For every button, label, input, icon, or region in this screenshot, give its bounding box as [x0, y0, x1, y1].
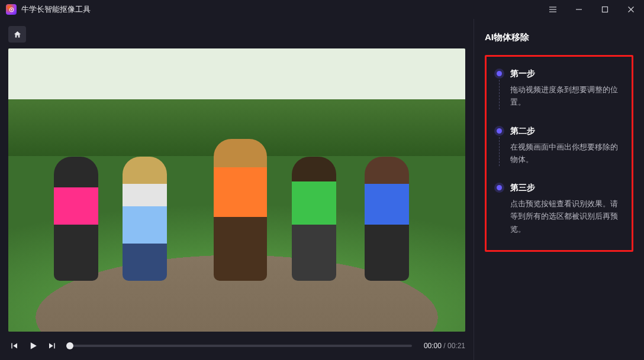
- time-display: 00:00 / 00:21: [424, 342, 465, 350]
- step-desc: 点击预览按钮查看识别效果。请等到所有的选区都被识别后再预览。: [510, 198, 623, 236]
- step-title: 第一步: [510, 69, 623, 79]
- player-controls: 00:00 / 00:21: [8, 338, 465, 354]
- close-button[interactable]: [618, 0, 644, 19]
- progress-bar[interactable]: [70, 345, 412, 347]
- prev-frame-button[interactable]: [8, 340, 19, 351]
- step-item: 第三步 点击预览按钮查看识别效果。请等到所有的选区都被识别后再预览。: [495, 183, 623, 236]
- step-desc: 在视频画面中画出你想要移除的物体。: [510, 141, 623, 167]
- video-frame-image: [8, 48, 465, 332]
- svg-point-1: [11, 9, 12, 10]
- title-bar: 牛学长智能抠像工具: [0, 0, 644, 19]
- step-desc: 拖动视频进度条到想要调整的位置。: [510, 84, 623, 109]
- video-canvas[interactable]: [8, 48, 465, 332]
- next-frame-button[interactable]: [47, 340, 58, 351]
- total-time: 00:21: [447, 342, 465, 350]
- step-title: 第三步: [510, 183, 623, 193]
- step-dot-icon: [497, 185, 502, 190]
- panel-title: AI物体移除: [485, 32, 633, 43]
- play-button[interactable]: [27, 340, 39, 352]
- step-dot-icon: [497, 71, 502, 76]
- step-item: 第一步 拖动视频进度条到想要调整的位置。: [495, 69, 623, 109]
- side-panel: AI物体移除 第一步 拖动视频进度条到想要调整的位置。 第二步 在视频画面中画出…: [474, 19, 644, 360]
- minimize-button[interactable]: [566, 0, 592, 19]
- app-logo-icon: [6, 4, 17, 15]
- step-item: 第二步 在视频画面中画出你想要移除的物体。: [495, 126, 623, 167]
- menu-button[interactable]: [540, 0, 566, 19]
- svg-rect-6: [603, 7, 608, 12]
- steps-highlight-box: 第一步 拖动视频进度条到想要调整的位置。 第二步 在视频画面中画出你想要移除的物…: [485, 55, 633, 252]
- app-title: 牛学长智能抠像工具: [21, 4, 91, 15]
- maximize-button[interactable]: [592, 0, 618, 19]
- step-title: 第二步: [510, 126, 623, 137]
- step-dot-icon: [497, 128, 502, 134]
- progress-thumb[interactable]: [66, 342, 73, 349]
- current-time: 00:00: [424, 342, 442, 350]
- home-button[interactable]: [8, 26, 26, 43]
